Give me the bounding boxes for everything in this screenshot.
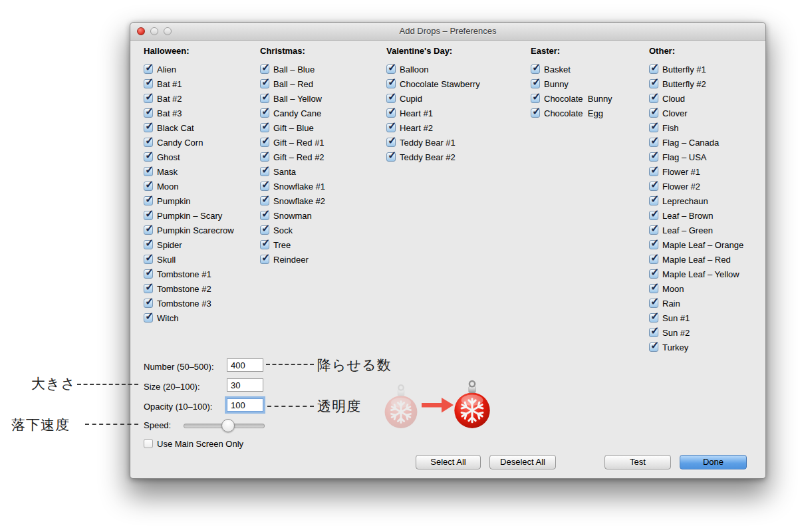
drop-checkbox-fish[interactable]: Fish	[649, 120, 743, 135]
drop-checkbox-snowman[interactable]: Snowman	[260, 208, 325, 223]
select-all-button[interactable]: Select All	[416, 455, 481, 469]
drop-checkbox-pumpkin-scarecrow[interactable]: Pumpkin Scarecrow	[144, 223, 234, 237]
checkbox-unchecked-icon	[144, 439, 153, 448]
drop-checkbox-maple-leaf-orange[interactable]: Maple Leaf – Orange	[649, 237, 743, 252]
drop-checkbox-snowflake-2[interactable]: Snowflake #2	[260, 194, 325, 208]
drop-checkbox-butterfly-2[interactable]: Butterfly #2	[649, 76, 743, 91]
drop-checkbox-pumpkin[interactable]: Pumpkin	[144, 194, 234, 208]
drop-checkbox-balloon[interactable]: Balloon	[386, 62, 480, 76]
drop-checkbox-pumpkin-scary[interactable]: Pumpkin – Scary	[144, 208, 234, 223]
checkbox-checked-icon	[260, 255, 269, 264]
checkbox-label: Cloud	[662, 94, 685, 104]
checkbox-checked-icon	[144, 167, 153, 176]
drop-checkbox-butterfly-1[interactable]: Butterfly #1	[649, 62, 743, 76]
drop-checkbox-snowflake-1[interactable]: Snowflake #1	[260, 179, 325, 194]
arrow-right-icon	[422, 396, 454, 416]
drop-checkbox-moon[interactable]: Moon	[649, 281, 743, 296]
checkbox-label: Pumpkin – Scary	[157, 211, 222, 221]
speed-slider-track[interactable]	[184, 424, 265, 428]
number-input[interactable]	[227, 358, 263, 372]
drop-checkbox-santa[interactable]: Santa	[260, 164, 325, 179]
ornament-faded-icon	[380, 383, 422, 434]
drop-checkbox-tombstone-1[interactable]: Tombstone #1	[144, 267, 234, 281]
drop-checkbox-candy-cane[interactable]: Candy Cane	[260, 106, 325, 120]
drop-checkbox-gift-blue[interactable]: Gift – Blue	[260, 120, 325, 135]
drop-checkbox-rain[interactable]: Rain	[649, 296, 743, 311]
done-button[interactable]: Done	[680, 455, 747, 469]
deselect-all-button[interactable]: Deselect All	[489, 455, 556, 469]
drop-checkbox-flower-1[interactable]: Flower #1	[649, 164, 743, 179]
ornament-solid-icon	[450, 379, 495, 434]
drop-checkbox-sun-2[interactable]: Sun #2	[649, 325, 743, 340]
drop-checkbox-cloud[interactable]: Cloud	[649, 91, 743, 106]
checkbox-label: Skull	[157, 255, 176, 265]
drop-checkbox-tree[interactable]: Tree	[260, 237, 325, 252]
drop-checkbox-clover[interactable]: Clover	[649, 106, 743, 120]
drop-checkbox-flower-2[interactable]: Flower #2	[649, 179, 743, 194]
drop-checkbox-bat-3[interactable]: Bat #3	[144, 106, 234, 120]
drop-checkbox-leaf-green[interactable]: Leaf – Green	[649, 223, 743, 237]
drop-checkbox-gift-red-1[interactable]: Gift – Red #1	[260, 135, 325, 150]
checkbox-checked-icon	[144, 65, 153, 74]
drop-checkbox-chocolate-stawberry[interactable]: Chocolate Stawberry	[386, 76, 480, 91]
drop-checkbox-chocolate-egg[interactable]: Chocolate Egg	[531, 106, 612, 120]
drop-checkbox-bat-1[interactable]: Bat #1	[144, 76, 234, 91]
annotation-speed-label: 落下速度	[11, 416, 70, 434]
drop-checkbox-ghost[interactable]: Ghost	[144, 150, 234, 164]
drop-checkbox-candy-corn[interactable]: Candy Corn	[144, 135, 234, 150]
drop-checkbox-alien[interactable]: Alien	[144, 62, 234, 76]
drop-checkbox-sock[interactable]: Sock	[260, 223, 325, 237]
checkbox-label: Chocolate Bunny	[544, 94, 612, 104]
checkbox-label: Teddy Bear #2	[400, 152, 456, 162]
connector-line	[77, 384, 138, 385]
test-button[interactable]: Test	[604, 455, 671, 469]
size-input[interactable]	[227, 378, 263, 392]
checkbox-label: Tombstone #1	[157, 269, 211, 279]
drop-checkbox-teddy-bear-1[interactable]: Teddy Bear #1	[386, 135, 480, 150]
use-main-screen-checkbox[interactable]: Use Main Screen Only	[144, 436, 243, 451]
titlebar[interactable]: Add Drops – Preferences	[130, 23, 765, 41]
drop-checkbox-black-cat[interactable]: Black Cat	[144, 120, 234, 135]
drop-checkbox-heart-1[interactable]: Heart #1	[386, 106, 480, 120]
drop-checkbox-chocolate-bunny[interactable]: Chocolate Bunny	[531, 91, 612, 106]
drop-checkbox-ball-red[interactable]: Ball – Red	[260, 76, 325, 91]
checkbox-checked-icon	[386, 94, 396, 103]
drop-checkbox-spider[interactable]: Spider	[144, 237, 234, 252]
drop-checkbox-cupid[interactable]: Cupid	[386, 91, 480, 106]
checkbox-label: Maple Leaf – Red	[662, 255, 731, 265]
drop-checkbox-witch[interactable]: Witch	[144, 311, 234, 325]
drop-checkbox-tombstone-3[interactable]: Tombstone #3	[144, 296, 234, 311]
drop-checkbox-leaf-brown[interactable]: Leaf – Brown	[649, 208, 743, 223]
checkbox-label: Candy Corn	[157, 138, 203, 148]
checkbox-label: Bunny	[544, 79, 569, 89]
drop-checkbox-tombstone-2[interactable]: Tombstone #2	[144, 281, 234, 296]
drop-checkbox-flag-canada[interactable]: Flag – Canada	[649, 135, 743, 150]
drop-checkbox-moon[interactable]: Moon	[144, 179, 234, 194]
drop-checkbox-gift-red-2[interactable]: Gift – Red #2	[260, 150, 325, 164]
speed-slider-thumb[interactable]	[221, 419, 235, 432]
drop-checkbox-reindeer[interactable]: Reindeer	[260, 252, 325, 267]
drop-checkbox-bunny[interactable]: Bunny	[531, 76, 612, 91]
annotation-size-label: 大きさ	[31, 374, 76, 393]
checkbox-label: Flower #2	[662, 182, 700, 192]
drop-checkbox-bat-2[interactable]: Bat #2	[144, 91, 234, 106]
drop-checkbox-heart-2[interactable]: Heart #2	[386, 120, 480, 135]
drop-checkbox-leprechaun[interactable]: Leprechaun	[649, 194, 743, 208]
drop-checkbox-sun-1[interactable]: Sun #1	[649, 311, 743, 325]
drop-checkbox-basket[interactable]: Basket	[531, 62, 612, 76]
checkbox-checked-icon	[144, 123, 153, 132]
drop-checkbox-flag-usa[interactable]: Flag – USA	[649, 150, 743, 164]
checkbox-checked-icon	[144, 255, 153, 264]
checkbox-label: Tree	[273, 240, 291, 250]
drop-checkbox-maple-leaf-red[interactable]: Maple Leaf – Red	[649, 252, 743, 267]
checkbox-checked-icon	[649, 240, 658, 249]
opacity-input[interactable]	[227, 398, 263, 412]
drop-checkbox-ball-blue[interactable]: Ball – Blue	[260, 62, 325, 76]
drop-checkbox-maple-leaf-yellow[interactable]: Maple Leaf – Yellow	[649, 267, 743, 281]
drop-checkbox-ball-yellow[interactable]: Ball – Yellow	[260, 91, 325, 106]
checkbox-checked-icon	[144, 138, 153, 147]
drop-checkbox-turkey[interactable]: Turkey	[649, 340, 743, 354]
drop-checkbox-mask[interactable]: Mask	[144, 164, 234, 179]
drop-checkbox-teddy-bear-2[interactable]: Teddy Bear #2	[386, 150, 480, 164]
drop-checkbox-skull[interactable]: Skull	[144, 252, 234, 267]
